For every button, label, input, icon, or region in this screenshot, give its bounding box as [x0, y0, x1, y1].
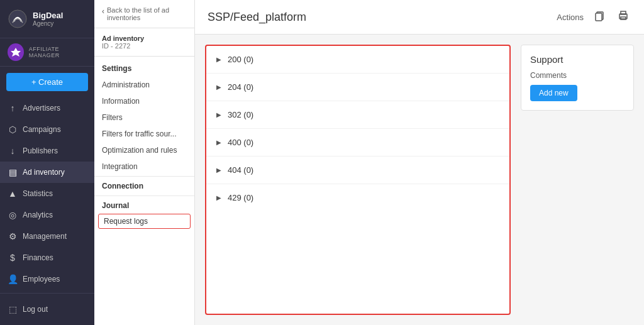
log-item-429[interactable]: ▶ 429 (0)	[206, 184, 509, 211]
log-item-302[interactable]: ▶ 302 (0)	[206, 101, 509, 129]
role-avatar	[8, 43, 24, 61]
sidebar: BigDeal Agency AFFILIATE MANAGER + Creat…	[0, 0, 94, 325]
employees-icon: 👤	[8, 274, 18, 284]
copy-icon-button[interactable]	[591, 8, 608, 26]
request-logs-item[interactable]: Request logs	[98, 214, 191, 229]
publishers-icon: ↓	[8, 146, 18, 156]
sidebar-item-management[interactable]: ⚙ Management	[0, 226, 94, 247]
comments-label: Comments	[530, 71, 625, 80]
sidebar-item-campaigns[interactable]: ⬡ Campaigns	[0, 119, 94, 140]
sidebar-item-employees[interactable]: 👤 Employees	[0, 268, 94, 290]
log-item-200[interactable]: ▶ 200 (0)	[206, 46, 509, 74]
integration-item[interactable]: Integration	[94, 158, 194, 175]
chevron-right-icon-204: ▶	[216, 84, 221, 91]
svg-rect-3	[596, 13, 602, 21]
support-title: Support	[530, 54, 625, 65]
log-item-204[interactable]: ▶ 204 (0)	[206, 74, 509, 101]
finances-icon: $	[8, 253, 18, 263]
print-icon	[618, 10, 629, 21]
statistics-icon: ▲	[8, 189, 18, 199]
log-panel: ▶ 200 (0) ▶ 204 (0) ▶ 302 (0) ▶ 400 (0) …	[205, 45, 511, 315]
svg-marker-1	[11, 48, 21, 57]
main-content: SSP/Feed_platform Actions ▶ 20	[195, 0, 644, 325]
back-arrow-icon: ‹	[102, 7, 104, 16]
create-button[interactable]: + Create	[6, 73, 88, 91]
chevron-right-icon-429: ▶	[216, 194, 221, 201]
logo-icon	[8, 9, 28, 29]
log-item-400[interactable]: ▶ 400 (0)	[206, 129, 509, 157]
log-code-429: 429 (0)	[228, 193, 253, 202]
add-new-button[interactable]: Add new	[530, 85, 577, 101]
logo: BigDeal Agency	[0, 0, 94, 38]
campaigns-icon: ⬡	[8, 124, 18, 135]
chevron-right-icon-404: ▶	[216, 167, 221, 174]
affiliate-icon	[10, 47, 21, 58]
back-link[interactable]: ‹ Back to the list of ad inventories	[94, 0, 194, 28]
sidebar-item-finances[interactable]: $ Finances	[0, 247, 94, 268]
management-icon: ⚙	[8, 231, 18, 241]
filters-item[interactable]: Filters	[94, 109, 194, 126]
chevron-right-icon-302: ▶	[216, 111, 221, 118]
sidebar-bottom: ⬚ Log out	[0, 293, 94, 325]
page-title: SSP/Feed_platform	[208, 11, 306, 24]
filters-traffic-item[interactable]: Filters for traffic sour...	[94, 126, 194, 142]
log-code-404: 404 (0)	[228, 165, 253, 175]
journal-section-header: Journal	[94, 197, 194, 214]
log-code-204: 204 (0)	[228, 82, 253, 92]
analytics-icon: ◎	[8, 210, 18, 220]
ad-inventory-icon: ▤	[8, 167, 18, 177]
logout-item[interactable]: ⬚ Log out	[0, 299, 94, 320]
chevron-right-icon-400: ▶	[216, 139, 221, 146]
left-menu: Settings Administration Information Filt…	[94, 57, 194, 233]
log-item-404[interactable]: ▶ 404 (0)	[206, 157, 509, 184]
left-panel: ‹ Back to the list of ad inventories Ad …	[94, 0, 195, 325]
svg-rect-6	[621, 17, 626, 19]
connection-section-header: Connection	[94, 178, 194, 194]
sidebar-item-advertisers[interactable]: ↑ Advertisers	[0, 97, 94, 119]
sidebar-item-publishers[interactable]: ↓ Publishers	[0, 140, 94, 162]
svg-rect-5	[621, 11, 626, 14]
sidebar-item-analytics[interactable]: ◎ Analytics	[0, 204, 94, 226]
log-code-400: 400 (0)	[228, 138, 253, 147]
log-code-302: 302 (0)	[228, 110, 253, 119]
role-label: AFFILIATE MANAGER	[29, 46, 87, 58]
copy-icon	[594, 10, 605, 21]
actions-label: Actions	[557, 13, 584, 22]
sidebar-item-ad-inventory[interactable]: ▤ Ad inventory	[0, 162, 94, 183]
advertisers-icon: ↑	[8, 103, 18, 113]
settings-section-header: Settings	[94, 60, 194, 77]
chevron-right-icon: ▶	[216, 56, 221, 63]
logout-icon: ⬚	[8, 304, 18, 314]
role-section: AFFILIATE MANAGER	[0, 38, 94, 67]
content-area: ▶ 200 (0) ▶ 204 (0) ▶ 302 (0) ▶ 400 (0) …	[195, 35, 644, 325]
top-bar: SSP/Feed_platform Actions	[195, 0, 644, 35]
support-panel: Support Comments Add new	[521, 45, 634, 111]
logo-text: BigDeal Agency	[33, 11, 63, 27]
optimization-item[interactable]: Optimization and rules	[94, 142, 194, 158]
print-icon-button[interactable]	[615, 8, 631, 26]
sidebar-item-statistics[interactable]: ▲ Statistics	[0, 183, 94, 204]
administration-item[interactable]: Administration	[94, 77, 194, 93]
sidebar-nav: ↑ Advertisers ⬡ Campaigns ↓ Publishers ▤…	[0, 97, 94, 293]
ad-inventory-info: Ad inventory ID - 2272	[94, 28, 194, 57]
top-bar-actions: Actions	[557, 8, 631, 26]
information-item[interactable]: Information	[94, 93, 194, 109]
log-code-200: 200 (0)	[228, 55, 253, 64]
